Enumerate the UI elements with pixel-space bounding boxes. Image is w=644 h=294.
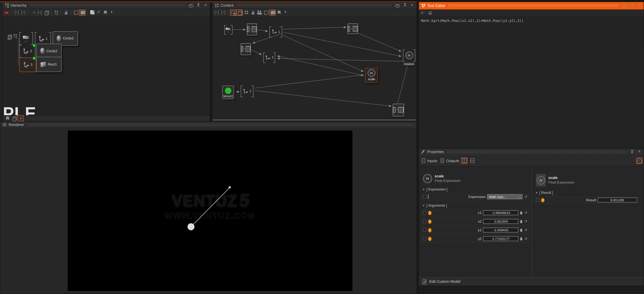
layers-icon[interactable]: [12, 116, 17, 121]
graph-node-matrix-a[interactable]: ×: [247, 23, 257, 35]
squares-icon[interactable]: [230, 10, 236, 15]
close-icon[interactable]: [410, 3, 415, 8]
graph-node-matrix-b[interactable]: ×: [241, 43, 251, 55]
horizontal-scrollbar[interactable]: [213, 119, 416, 121]
section-arguments[interactable]: ▼[Arguments]: [422, 203, 532, 208]
palette-icon[interactable]: [90, 10, 95, 15]
expression-code[interactable]: Math.Sqrt(Math.Pow((x1-x2),2)+Math.Pow((…: [419, 17, 644, 148]
caret-down-icon[interactable]: [109, 10, 114, 15]
reset-icon[interactable]: ↺: [524, 195, 528, 199]
people-icon[interactable]: [257, 10, 262, 15]
value-spinner[interactable]: [520, 211, 522, 215]
speech-filled-icon[interactable]: [80, 10, 85, 15]
reset-icon[interactable]: ↺: [524, 237, 528, 241]
tree-node-circle1[interactable]: Circle1: [52, 31, 78, 46]
io-stack-icon[interactable]: [470, 158, 475, 164]
value-spinner[interactable]: [520, 228, 522, 232]
tree-node-animation[interactable]: [19, 32, 33, 45]
graph-node-axis-2[interactable]: 2: [241, 86, 254, 97]
check-icon[interactable]: [96, 10, 102, 15]
waveform-icon[interactable]: [637, 158, 642, 164]
eye-icon[interactable]: [395, 3, 400, 8]
tree-icon[interactable]: [54, 10, 59, 15]
bracket-up-icon[interactable]: [214, 10, 219, 15]
speech-icon[interactable]: [73, 10, 78, 15]
row-checkbox[interactable]: [423, 195, 426, 198]
tree-node-axis-1[interactable]: 1: [35, 32, 51, 45]
graph-node-axis-1[interactable]: 1: [270, 26, 282, 37]
content-header[interactable]: Content: [212, 2, 416, 8]
root-tree-icon[interactable]: [12, 33, 18, 39]
more-button[interactable]: ...: [518, 195, 521, 199]
h-bracket-icon[interactable]: [37, 10, 42, 15]
row-checkbox[interactable]: [423, 237, 426, 240]
expression-value-box[interactable]: Math.Sqrt... ...: [487, 194, 522, 199]
lock-icon[interactable]: [63, 10, 68, 15]
vertical-splitter[interactable]: [210, 2, 212, 121]
font-up-icon[interactable]: [420, 10, 426, 16]
close-icon[interactable]: [637, 149, 642, 155]
reset-icon[interactable]: ↺: [524, 228, 528, 232]
argument-value[interactable]: -2.409433: [483, 228, 518, 233]
pin-icon[interactable]: [402, 3, 407, 8]
tab-outputs[interactable]: Outputs: [440, 158, 459, 164]
lock-icon[interactable]: [250, 10, 256, 15]
reset-icon[interactable]: ↺: [524, 220, 528, 223]
pin-icon[interactable]: [629, 149, 634, 155]
render-output[interactable]: VENTUZ5 WWW.VENTUZ.COM: [68, 130, 352, 291]
argument-value[interactable]: -2.98946619: [483, 210, 518, 215]
value-spinner[interactable]: [520, 237, 522, 241]
flag-icon[interactable]: [276, 10, 282, 15]
row-checkbox[interactable]: [423, 220, 426, 223]
layers-icon[interactable]: [44, 10, 49, 15]
close-icon[interactable]: [203, 3, 208, 8]
vertical-splitter[interactable]: [417, 2, 418, 294]
graph-node-animation[interactable]: [224, 25, 232, 34]
tree-node-circle2[interactable]: Circle2: [36, 44, 62, 58]
bracket-up-icon[interactable]: [14, 10, 19, 15]
result-value[interactable]: 8.651285: [598, 198, 637, 202]
bracket-down-icon[interactable]: [20, 10, 26, 15]
pin-icon[interactable]: [629, 3, 634, 8]
graph-node-scale-selected[interactable]: fx scale: [365, 68, 378, 83]
graph-node-mover2[interactable]: ↔ Mover2: [222, 86, 234, 99]
tree-node-rect1[interactable]: Rect1: [36, 57, 62, 72]
wrap-icon[interactable]: [428, 10, 433, 16]
section-expression[interactable]: ▼[Expression]: [422, 187, 532, 192]
bracket-down-icon[interactable]: [220, 10, 226, 15]
bookmark-icon[interactable]: [5, 116, 10, 121]
graph-node-matrix-d[interactable]: ×: [393, 103, 404, 116]
branch-icon[interactable]: [18, 116, 24, 121]
graph-node-rotation[interactable]: fx rotation: [403, 49, 415, 62]
close-icon[interactable]: [637, 3, 642, 8]
argument-value[interactable]: 3.77325177: [483, 236, 518, 241]
layers-icon[interactable]: [237, 10, 242, 15]
reset-icon[interactable]: ↺: [524, 211, 528, 215]
speech-icon[interactable]: [263, 10, 268, 15]
grid-icon[interactable]: [244, 10, 249, 15]
content-node-graph[interactable]: × 1 × 3 × fx rotation fx scale ↔ Mover2: [212, 16, 416, 121]
tab-inputs[interactable]: Inputs: [420, 158, 437, 164]
arrow-into-icon[interactable]: [30, 10, 36, 15]
hierarchy-header[interactable]: Hierarchy: [2, 2, 210, 8]
section-result[interactable]: ▼[Result]: [535, 190, 644, 195]
renderer-header[interactable]: Renderer: [0, 122, 416, 128]
red-arrow-icon[interactable]: [4, 10, 10, 15]
speech-filled-icon[interactable]: [270, 10, 275, 15]
row-checkbox[interactable]: [536, 198, 539, 202]
flag-icon[interactable]: [103, 10, 108, 15]
io-split-icon[interactable]: [462, 158, 467, 164]
edit-custom-model-bar[interactable]: Edit Custom Model: [419, 277, 644, 285]
left-dock-strip[interactable]: [0, 2, 2, 121]
argument-value[interactable]: 3.061909: [483, 219, 518, 224]
eye-icon[interactable]: [622, 3, 627, 8]
pin-icon[interactable]: [196, 3, 201, 8]
row-checkbox[interactable]: [423, 211, 426, 214]
caret-down-icon[interactable]: [283, 10, 288, 15]
value-spinner[interactable]: [520, 220, 522, 223]
row-checkbox[interactable]: [423, 228, 426, 232]
graph-node-axis-3[interactable]: 3: [263, 52, 275, 63]
text-editor-header[interactable]: Text Editor: [419, 2, 644, 9]
properties-header[interactable]: Properties: [419, 148, 644, 155]
graph-node-matrix-c[interactable]: ×: [348, 23, 358, 34]
